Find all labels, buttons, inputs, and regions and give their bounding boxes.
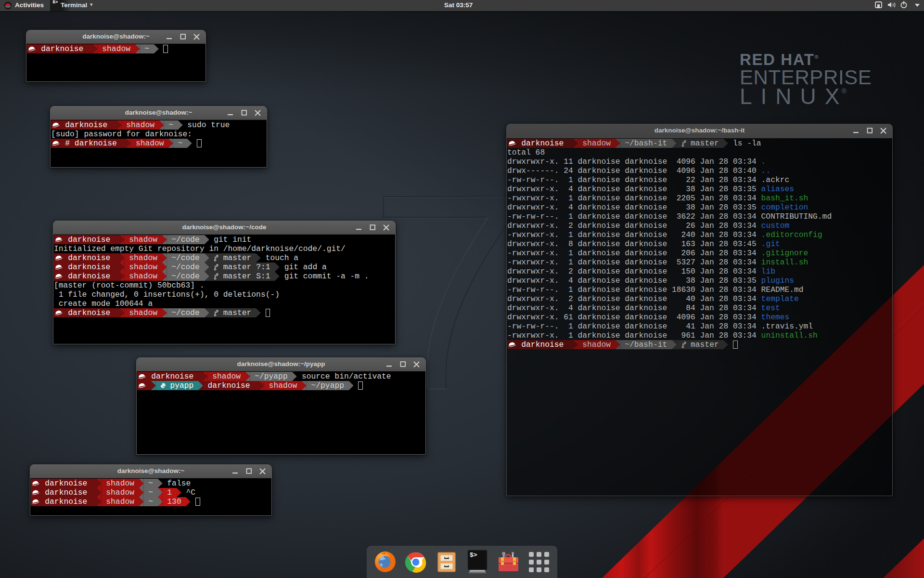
svg-text:$>: $> [470,552,477,559]
